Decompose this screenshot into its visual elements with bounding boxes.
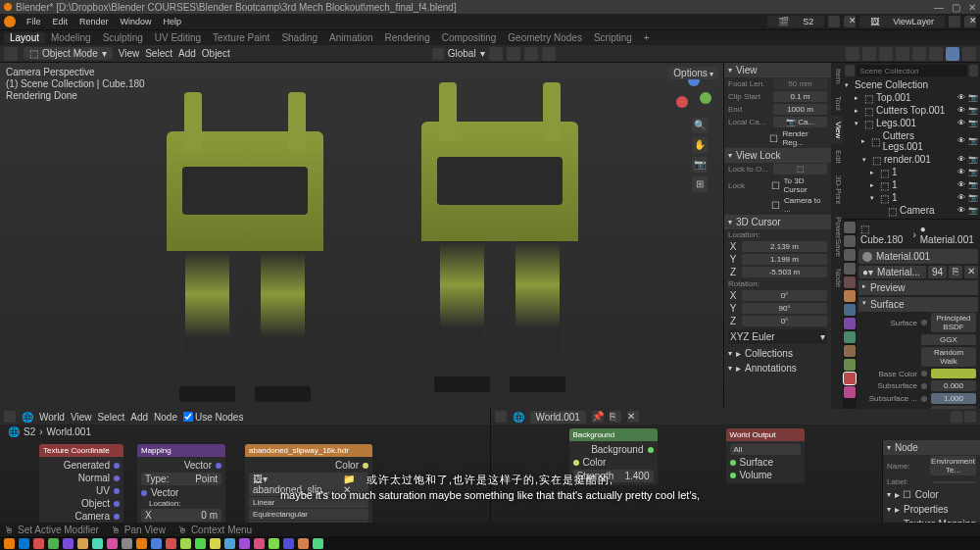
nav-gizmo[interactable] xyxy=(676,75,711,110)
close-button[interactable]: ✕ xyxy=(968,2,976,13)
local-cam-field[interactable]: 📷 Ca... xyxy=(773,117,827,127)
ptab-constraint[interactable] xyxy=(844,345,856,357)
layer-del-icon[interactable]: ✕ xyxy=(964,16,976,27)
np-cursor-header[interactable]: 3D Cursor xyxy=(724,215,831,229)
node-world-select-r[interactable]: World.001 xyxy=(530,411,586,424)
menu-select-3d[interactable]: Select xyxy=(145,48,172,59)
ptab-physics[interactable] xyxy=(844,331,856,343)
node-editor-type-icon[interactable] xyxy=(4,411,16,423)
node-environment-texture[interactable]: abandoned_slipway_16k.hdr Color 🖼▾ aband… xyxy=(245,444,372,534)
mat-users[interactable]: 94 xyxy=(928,266,947,278)
taskbar-icon-9[interactable] xyxy=(136,538,147,549)
ptab-render[interactable] xyxy=(844,222,856,233)
xray-icon[interactable] xyxy=(879,47,893,61)
menu-render[interactable]: Render xyxy=(74,17,114,26)
prop-edit-icon[interactable] xyxy=(524,47,538,61)
node-snap-icon[interactable] xyxy=(951,411,962,423)
surface-section[interactable]: Surface xyxy=(858,297,978,312)
tree-item[interactable]: ▸⬚Top.001👁📷 xyxy=(843,91,980,104)
minimize-button[interactable]: — xyxy=(934,2,944,13)
shading-wire-icon[interactable] xyxy=(896,47,909,61)
np-name-field[interactable]: Environment Te... xyxy=(930,456,976,475)
taskbar-icon-8[interactable] xyxy=(122,538,132,549)
node-background[interactable]: Background Background Color Strength1.40… xyxy=(569,428,658,485)
pan-icon[interactable]: ✋ xyxy=(692,137,708,153)
sssrad-x[interactable]: 1.000 xyxy=(931,393,976,404)
node-unlink-icon[interactable]: ✕ xyxy=(627,411,639,423)
np-view-header[interactable]: View xyxy=(724,63,831,77)
axis-x[interactable] xyxy=(676,96,688,108)
editor-type-icon[interactable] xyxy=(4,47,18,61)
ptab-particle[interactable] xyxy=(844,318,856,329)
node-new-icon[interactable]: ⎘ xyxy=(610,411,621,423)
taskbar-icon-12[interactable] xyxy=(180,538,191,549)
menu-window[interactable]: Window xyxy=(116,17,157,26)
taskbar-icon-13[interactable] xyxy=(195,538,206,549)
viewport-options[interactable]: Options ▾ xyxy=(667,67,719,79)
menu-view-3d[interactable]: View xyxy=(119,48,140,59)
taskbar-icon-21[interactable] xyxy=(313,538,323,549)
menu-object-3d[interactable]: Object xyxy=(202,48,230,59)
tree-item[interactable]: ▾⬚1👁📷 xyxy=(843,191,980,204)
scene-new-icon[interactable] xyxy=(828,16,840,27)
workspace-tab-rendering[interactable]: Rendering xyxy=(379,32,436,43)
cursor-x[interactable]: 2.139 m xyxy=(742,241,827,252)
np-label-field[interactable] xyxy=(932,481,976,483)
mat-unlink-icon[interactable]: ✕ xyxy=(964,266,978,278)
persp-ortho-icon[interactable]: ⊞ xyxy=(692,176,708,192)
taskbar-icon-10[interactable] xyxy=(151,538,162,549)
node-canvas-right[interactable]: Background Background Color Strength1.40… xyxy=(491,425,981,524)
ptab-scene[interactable] xyxy=(844,263,856,275)
vtab-3d-print[interactable]: 3D-Print xyxy=(831,170,843,210)
taskbar-icon-3[interactable] xyxy=(48,538,59,549)
maximize-button[interactable]: ▢ xyxy=(952,2,960,13)
workspace-tab-animation[interactable]: Animation xyxy=(323,32,378,43)
focal-value[interactable]: 50 mm xyxy=(773,78,827,89)
scene-breadcrumb[interactable]: S2 xyxy=(24,426,35,437)
crumb-material[interactable]: ● Material.001 xyxy=(920,224,976,245)
pivot-icon[interactable] xyxy=(489,47,503,61)
world-breadcrumb[interactable]: World.001 xyxy=(47,426,91,437)
workspace-tab-sculpting[interactable]: Sculpting xyxy=(97,32,149,43)
ptab-world[interactable] xyxy=(844,276,856,288)
node-add-menu[interactable]: Add xyxy=(130,412,148,423)
workspace-tab-uv editing[interactable]: UV Editing xyxy=(149,32,207,43)
workspace-tab-compositing[interactable]: Compositing xyxy=(436,32,503,43)
vtab-view[interactable]: View xyxy=(831,116,843,144)
workspace-tab-scripting[interactable]: Scripting xyxy=(588,32,638,43)
tree-item[interactable]: ▾⬚Legs.001👁📷 xyxy=(843,117,980,129)
taskbar-icon-2[interactable] xyxy=(33,538,44,549)
axis-y[interactable] xyxy=(700,92,711,104)
tree-item[interactable]: ▾⬚render.001👁📷 xyxy=(843,153,980,166)
zoom-icon[interactable]: 🔍 xyxy=(692,118,708,133)
cursor-mode-select[interactable]: XYZ Euler▾ xyxy=(728,329,827,344)
taskbar-icon-1[interactable] xyxy=(19,538,29,549)
scene-del-icon[interactable]: ✕ xyxy=(844,16,856,27)
render-region-check[interactable]: ☐ xyxy=(769,133,778,144)
lockto-field[interactable]: ⬚ xyxy=(773,164,827,175)
workspace-tab-modeling[interactable]: Modeling xyxy=(45,32,97,43)
taskbar-icon-18[interactable] xyxy=(269,538,279,549)
overlay-toggle-icon[interactable] xyxy=(862,47,876,61)
gizmo-toggle-icon[interactable] xyxy=(846,47,859,61)
ptab-output[interactable] xyxy=(844,235,856,247)
workspace-tab-layout[interactable]: Layout xyxy=(4,32,45,43)
taskbar-icon-19[interactable] xyxy=(283,538,294,549)
taskbar-icon-4[interactable] xyxy=(63,538,74,549)
ptab-object[interactable] xyxy=(844,290,856,302)
use-nodes-checkbox[interactable] xyxy=(183,412,193,422)
taskbar-icon-20[interactable] xyxy=(298,538,309,549)
vtab-item[interactable]: Item xyxy=(831,63,843,90)
env-file-field[interactable]: 🖼▾ abandoned_slip...📁 ✕ xyxy=(249,473,368,496)
node-overlay-icon[interactable] xyxy=(964,411,976,423)
material-browser[interactable]: ●▾ Material... xyxy=(858,266,926,278)
cursor-rz[interactable]: 0° xyxy=(742,316,827,326)
np-viewlock-header[interactable]: View Lock xyxy=(724,148,831,163)
snap-icon[interactable] xyxy=(507,47,520,61)
menu-file[interactable]: File xyxy=(22,17,46,26)
ptab-material[interactable] xyxy=(844,373,856,384)
taskbar-icon-14[interactable] xyxy=(210,538,220,549)
taskbar-icon-17[interactable] xyxy=(254,538,265,549)
np-color-header[interactable]: ▸ ☐ Color xyxy=(883,487,980,502)
ptab-mesh[interactable] xyxy=(844,359,856,371)
